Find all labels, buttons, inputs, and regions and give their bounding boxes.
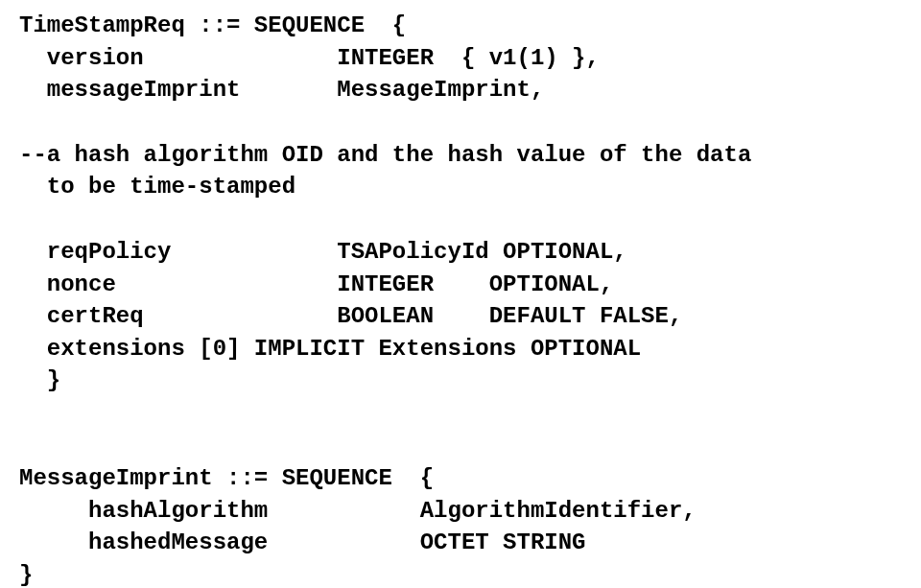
line: to be time-stamped (19, 174, 295, 200)
line: version INTEGER { v1(1) }, (19, 45, 600, 71)
asn1-definition-page: TimeStampReq ::= SEQUENCE { version INTE… (0, 0, 921, 588)
line: MessageImprint ::= SEQUENCE { (19, 465, 434, 491)
line: hashAlgorithm AlgorithmIdentifier, (19, 498, 697, 524)
line: messageImprint MessageImprint, (19, 77, 544, 103)
comment-block: --a hash algorithm OID and the hash valu… (19, 139, 902, 203)
line: } (19, 562, 33, 588)
line: --a hash algorithm OID and the hash valu… (19, 142, 751, 168)
line: nonce INTEGER OPTIONAL, (19, 271, 613, 297)
line: } (19, 367, 60, 393)
spacer (19, 106, 902, 139)
spacer (19, 430, 902, 462)
line: TimeStampReq ::= SEQUENCE { (19, 12, 406, 38)
line: certReq BOOLEAN DEFAULT FALSE, (19, 303, 682, 329)
messageimprint-block: MessageImprint ::= SEQUENCE { hashAlgori… (19, 462, 902, 588)
line: reqPolicy TSAPolicyId OPTIONAL, (19, 239, 627, 265)
spacer (19, 203, 902, 236)
spacer (19, 397, 902, 430)
timestampreq-fields: reqPolicy TSAPolicyId OPTIONAL, nonce IN… (19, 236, 902, 397)
line: extensions [0] IMPLICIT Extensions OPTIO… (19, 336, 641, 362)
timestampreq-header: TimeStampReq ::= SEQUENCE { version INTE… (19, 10, 902, 106)
line: hashedMessage OCTET STRING (19, 529, 586, 555)
